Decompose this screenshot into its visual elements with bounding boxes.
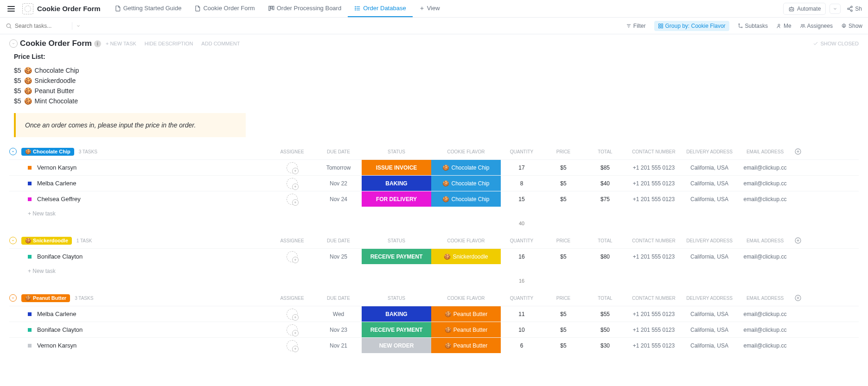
task-row[interactable]: Vernon Karsyn Tomorrow ISSUE INVOICE 🍪Ch… <box>9 159 859 175</box>
quantity-cell[interactable]: 16 <box>501 253 542 260</box>
assignee-avatar[interactable] <box>287 251 298 262</box>
due-date-cell[interactable]: Nov 21 <box>315 342 362 349</box>
total-cell[interactable]: $50 <box>584 327 626 333</box>
status-cell[interactable]: BAKING <box>362 176 431 191</box>
quantity-cell[interactable]: 8 <box>501 180 542 187</box>
status-cell[interactable]: RECEIVE PAYMENT <box>362 322 431 337</box>
col-total[interactable]: TOTAL <box>584 238 626 243</box>
col-assignee[interactable]: ASSIGNEE <box>269 238 315 243</box>
col-cookie-flavor[interactable]: COOKIE FLAVOR <box>431 296 501 301</box>
status-cell[interactable]: FOR DELIVERY <box>362 191 431 207</box>
task-row[interactable]: Chelsea Geffrey Nov 24 FOR DELIVERY 🍪Cho… <box>9 191 859 207</box>
total-cell[interactable]: $80 <box>584 253 626 260</box>
contact-cell[interactable]: +1 201 555 0123 <box>626 196 682 202</box>
assignee-avatar[interactable] <box>287 194 298 205</box>
price-cell[interactable]: $5 <box>542 253 584 260</box>
group-by-button[interactable]: Group by: Cookie Flavor <box>654 21 729 31</box>
add-comment-button[interactable]: ADD COMMENT <box>201 41 240 46</box>
assignee-cell[interactable] <box>269 324 315 335</box>
assignee-cell[interactable] <box>269 251 315 262</box>
view-tab-order-database[interactable]: Order Database <box>348 0 413 17</box>
col-delivery-address[interactable]: DELIVERY ADDRESS <box>682 238 737 243</box>
search-box[interactable] <box>6 23 84 29</box>
add-column-button[interactable] <box>793 293 803 303</box>
status-cell[interactable]: RECEIVE PAYMENT <box>362 249 431 264</box>
group-collapse-button[interactable] <box>9 237 17 244</box>
status-square-icon[interactable] <box>28 182 32 185</box>
due-date-cell[interactable]: Tomorrow <box>315 165 362 171</box>
show-closed-button[interactable]: SHOW CLOSED <box>813 41 859 46</box>
new-task-row[interactable]: + New task <box>9 264 859 278</box>
flavor-cell[interactable]: 🍪Peanut Butter <box>431 322 501 337</box>
price-cell[interactable]: $5 <box>542 327 584 333</box>
col-email-address[interactable]: EMAIL ADDRESS <box>737 296 793 301</box>
space-name[interactable]: Cookie Order Form <box>37 5 101 13</box>
price-cell[interactable]: $5 <box>542 180 584 187</box>
subtasks-button[interactable]: Subtasks <box>738 23 768 29</box>
assignee-avatar[interactable] <box>287 309 298 320</box>
col-assignee[interactable]: ASSIGNEE <box>269 296 315 301</box>
col-price[interactable]: PRICE <box>542 238 584 243</box>
flavor-cell[interactable]: 🍪Peanut Butter <box>431 338 501 353</box>
address-cell[interactable]: California, USA <box>682 253 737 260</box>
total-cell[interactable]: $30 <box>584 342 626 349</box>
automate-button[interactable]: Automate <box>783 3 826 15</box>
contact-cell[interactable]: +1 201 555 0123 <box>626 253 682 260</box>
contact-cell[interactable]: +1 201 555 0123 <box>626 327 682 333</box>
col-total[interactable]: TOTAL <box>584 296 626 301</box>
contact-cell[interactable]: +1 201 555 0123 <box>626 311 682 317</box>
info-icon[interactable]: i <box>94 40 101 47</box>
col-email-address[interactable]: EMAIL ADDRESS <box>737 149 793 154</box>
address-cell[interactable]: California, USA <box>682 342 737 349</box>
price-cell[interactable]: $5 <box>542 311 584 317</box>
flavor-cell[interactable]: 🍪Chocolate Chip <box>431 160 501 175</box>
automate-caret[interactable] <box>830 4 841 14</box>
assignee-avatar[interactable] <box>287 340 298 351</box>
status-square-icon[interactable] <box>28 328 32 332</box>
share-button[interactable]: Sh <box>844 3 864 14</box>
view-tab-order-processing-board[interactable]: Order Processing Board <box>262 0 348 17</box>
flavor-cell[interactable]: 🍪Chocolate Chip <box>431 191 501 207</box>
show-button[interactable]: Show <box>841 23 862 29</box>
price-cell[interactable]: $5 <box>542 196 584 202</box>
quantity-cell[interactable]: 17 <box>501 165 542 171</box>
col-status[interactable]: STATUS <box>362 238 431 243</box>
filter-button[interactable]: Filter <box>626 23 646 29</box>
assignee-avatar[interactable] <box>287 178 298 189</box>
status-square-icon[interactable] <box>28 312 32 316</box>
col-cookie-flavor[interactable]: COOKIE FLAVOR <box>431 149 501 154</box>
space-icon[interactable] <box>22 3 33 14</box>
flavor-cell[interactable]: 🍪Chocolate Chip <box>431 176 501 191</box>
address-cell[interactable]: California, USA <box>682 327 737 333</box>
group-badge[interactable]: 🍪 Peanut Butter <box>21 294 70 302</box>
assignee-cell[interactable] <box>269 162 315 173</box>
task-name[interactable]: Vernon Karsyn <box>37 342 77 349</box>
address-cell[interactable]: California, USA <box>682 196 737 202</box>
email-cell[interactable]: email@clickup.cc <box>737 311 793 317</box>
address-cell[interactable]: California, USA <box>682 311 737 317</box>
contact-cell[interactable]: +1 201 555 0123 <box>626 342 682 349</box>
col-contact-number[interactable]: CONTACT NUMBER <box>626 238 682 243</box>
email-cell[interactable]: email@clickup.cc <box>737 180 793 187</box>
col-contact-number[interactable]: CONTACT NUMBER <box>626 296 682 301</box>
new-task-row[interactable]: + New task <box>9 207 859 221</box>
status-square-icon[interactable] <box>28 255 32 259</box>
email-cell[interactable]: email@clickup.cc <box>737 342 793 349</box>
task-name[interactable]: Boniface Clayton <box>37 253 83 260</box>
col-delivery-address[interactable]: DELIVERY ADDRESS <box>682 296 737 301</box>
status-square-icon[interactable] <box>28 166 32 170</box>
email-cell[interactable]: email@clickup.cc <box>737 253 793 260</box>
email-cell[interactable]: email@clickup.cc <box>737 196 793 202</box>
task-name[interactable]: Vernon Karsyn <box>37 164 77 171</box>
me-button[interactable]: Me <box>776 23 791 29</box>
assignee-cell[interactable] <box>269 340 315 351</box>
group-badge[interactable]: 🍪 Chocolate Chip <box>21 148 74 156</box>
col-contact-number[interactable]: CONTACT NUMBER <box>626 149 682 154</box>
task-row[interactable]: Melba Carlene Wed BAKING 🍪Peanut Butter … <box>9 306 859 322</box>
quantity-cell[interactable]: 15 <box>501 196 542 202</box>
address-cell[interactable]: California, USA <box>682 165 737 171</box>
col-due-date[interactable]: DUE DATE <box>315 296 362 301</box>
group-collapse-button[interactable] <box>9 148 17 155</box>
col-quantity[interactable]: QUANTITY <box>501 296 542 301</box>
col-price[interactable]: PRICE <box>542 149 584 154</box>
